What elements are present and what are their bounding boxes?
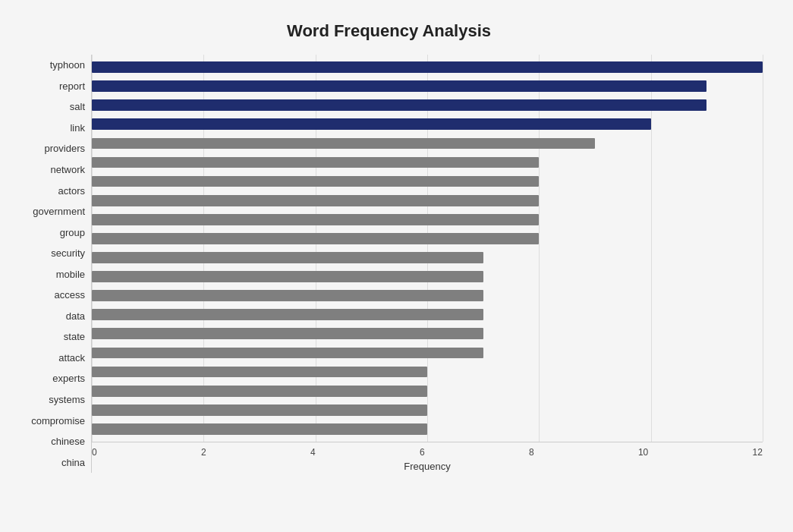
bar-row	[92, 191, 763, 210]
bar-state	[92, 309, 483, 320]
chart-title: Word Frequency Analysis	[15, 15, 763, 41]
bar-actors	[92, 176, 539, 187]
y-label: state	[64, 332, 85, 342]
y-label: data	[66, 311, 85, 321]
bar-network	[92, 157, 539, 168]
x-tick: 2	[201, 447, 206, 458]
bar-report	[92, 80, 706, 92]
bar-row	[92, 248, 763, 267]
x-tick: 0	[92, 447, 97, 458]
grid-line	[763, 55, 763, 442]
bar-data	[92, 290, 483, 301]
x-axis-labels: 024681012	[92, 442, 763, 458]
bar-row	[92, 58, 763, 77]
y-label: actors	[58, 186, 85, 196]
bar-attack	[92, 328, 483, 339]
y-label: chinese	[51, 436, 85, 446]
bar-row	[92, 115, 763, 134]
bar-row	[92, 382, 763, 401]
y-label: china	[61, 458, 85, 467]
bar-row	[92, 153, 763, 172]
y-label: government	[33, 206, 85, 216]
y-label: experts	[52, 373, 85, 383]
y-label: link	[70, 123, 85, 133]
bar-group	[92, 214, 539, 225]
x-tick: 8	[529, 447, 534, 458]
bar-systems	[92, 367, 427, 378]
bar-compromise	[92, 386, 427, 397]
y-label: access	[55, 290, 85, 300]
bars-wrapper	[92, 55, 763, 442]
bar-row	[92, 172, 763, 191]
x-axis-title: Frequency	[92, 461, 763, 472]
bar-row	[92, 210, 763, 229]
bar-row	[92, 267, 763, 286]
y-label: systems	[49, 395, 85, 405]
bar-row	[92, 305, 763, 324]
bar-row	[92, 77, 763, 96]
bars-and-x: 024681012 Frequency	[91, 55, 763, 473]
y-label: group	[60, 228, 85, 238]
bar-link	[92, 118, 651, 130]
bar-row	[92, 324, 763, 343]
bar-row	[92, 401, 763, 420]
x-tick: 6	[420, 447, 425, 458]
y-label: mobile	[56, 269, 85, 279]
bar-salt	[92, 99, 706, 111]
bar-experts	[92, 348, 483, 359]
y-label: salt	[70, 102, 85, 112]
x-axis: 024681012 Frequency	[91, 442, 763, 473]
x-tick: 10	[638, 447, 648, 458]
bar-providers	[92, 138, 595, 150]
x-tick: 4	[310, 447, 316, 458]
bar-row	[92, 229, 763, 248]
bar-chinese	[92, 405, 427, 416]
x-tick: 12	[753, 447, 763, 458]
bars-area	[91, 55, 763, 442]
y-label: network	[50, 165, 85, 175]
bar-mobile	[92, 252, 483, 263]
y-label: security	[51, 248, 85, 258]
bar-row	[92, 96, 763, 115]
bar-china	[92, 423, 427, 435]
y-label: compromise	[31, 416, 85, 426]
y-label: typhoon	[50, 60, 85, 70]
y-label: report	[59, 81, 85, 91]
bar-row	[92, 286, 763, 305]
bar-government	[92, 195, 539, 206]
bar-row	[92, 420, 763, 439]
bar-security	[92, 233, 539, 244]
y-label: providers	[45, 143, 85, 153]
chart-container: Word Frequency Analysis typhoonreportsal…	[0, 0, 793, 532]
bar-row	[92, 134, 763, 153]
chart-area: typhoonreportsaltlinkprovidersnetworkact…	[15, 55, 763, 473]
bar-typhoon	[92, 61, 763, 73]
bar-row	[92, 343, 763, 362]
bar-access	[92, 271, 483, 282]
bar-row	[92, 363, 763, 382]
y-label: attack	[58, 353, 85, 363]
y-axis: typhoonreportsaltlinkprovidersnetworkact…	[15, 55, 91, 473]
